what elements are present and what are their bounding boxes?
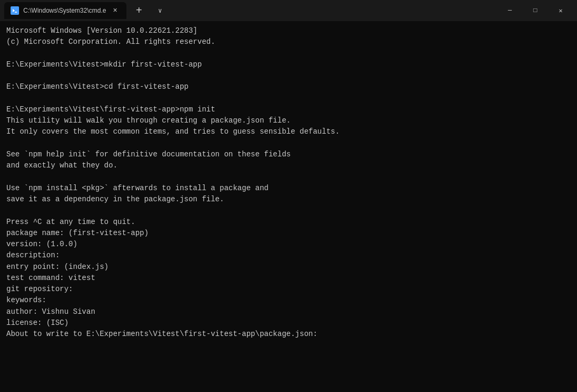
active-tab[interactable]: C:\Windows\System32\cmd.e ×: [4, 2, 126, 19]
console-line: Use `npm install <pkg>` afterwards to in…: [6, 183, 571, 194]
console-line: keywords:: [6, 295, 571, 306]
minimize-button[interactable]: —: [498, 2, 522, 19]
tab-close-button[interactable]: ×: [111, 6, 120, 15]
cmd-icon-svg: [12, 8, 17, 13]
tab-label: C:\Windows\System32\cmd.e: [23, 7, 106, 14]
tab-dropdown-button[interactable]: ∨: [152, 2, 169, 19]
console-line: [6, 93, 571, 104]
console-line: It only covers the most common items, an…: [6, 126, 571, 137]
cmd-icon: [11, 6, 19, 15]
console-line: test command: vitest: [6, 273, 571, 284]
console-line: E:\Experiments\Vitest\first-vitest-app>n…: [6, 104, 571, 115]
console-line: description:: [6, 250, 571, 261]
console-line: git repository:: [6, 284, 571, 295]
console-line: (c) Microsoft Corporation. All rights re…: [6, 36, 571, 48]
console-line: Microsoft Windows [Version 10.0.22621.22…: [6, 25, 571, 36]
console-line: See `npm help init` for definitive docum…: [6, 149, 571, 160]
console-line: E:\Experiments\Vitest>mkdir first-vitest…: [6, 59, 571, 70]
console-line: [6, 138, 571, 149]
close-button[interactable]: ✕: [548, 2, 573, 19]
console-line: This utility will walk you through creat…: [6, 115, 571, 126]
console-line: save it as a dependency in the package.j…: [6, 194, 571, 205]
svg-marker-0: [13, 9, 15, 12]
console-line: license: (ISC): [6, 318, 571, 329]
console-line: [6, 48, 571, 59]
window-controls: — □ ✕: [498, 2, 573, 19]
console-output: Microsoft Windows [Version 10.0.22621.22…: [0, 21, 577, 392]
console-line: version: (1.0.0): [6, 239, 571, 250]
console-line: [6, 171, 571, 182]
console-line: package name: (first-vitest-app): [6, 228, 571, 239]
titlebar-left: C:\Windows\System32\cmd.e × + ∨: [4, 2, 498, 19]
console-line: and exactly what they do.: [6, 160, 571, 171]
maximize-button[interactable]: □: [523, 2, 547, 19]
new-tab-button[interactable]: +: [131, 2, 148, 19]
terminal-window: C:\Windows\System32\cmd.e × + ∨ — □ ✕ Mi…: [0, 0, 577, 392]
console-line: entry point: (index.js): [6, 262, 571, 273]
console-line: E:\Experiments\Vitest>cd first-vitest-ap…: [6, 81, 571, 92]
console-line: Press ^C at any time to quit.: [6, 217, 571, 228]
console-line: [6, 70, 571, 81]
console-line: About to write to E:\Experiments\Vitest\…: [6, 329, 571, 340]
console-line: author: Vishnu Sivan: [6, 306, 571, 318]
console-line: [6, 205, 571, 216]
titlebar: C:\Windows\System32\cmd.e × + ∨ — □ ✕: [0, 0, 577, 21]
